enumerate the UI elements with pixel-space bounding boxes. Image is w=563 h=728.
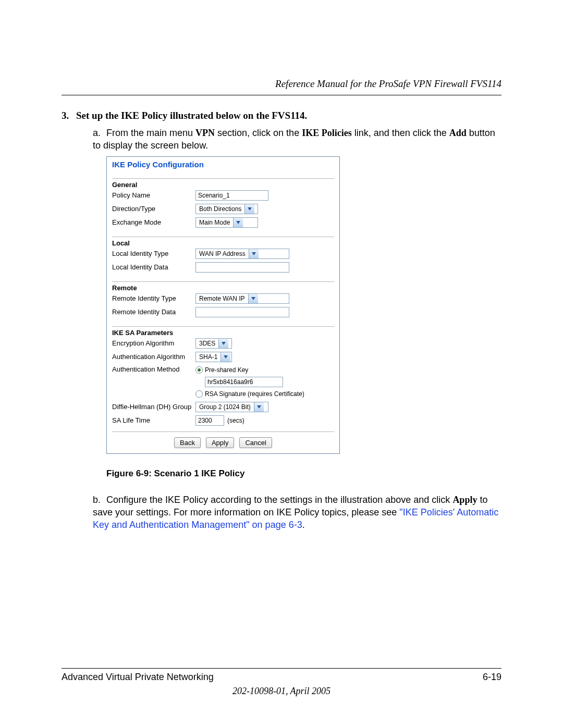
local-heading: Local xyxy=(112,237,334,247)
chevron-down-icon xyxy=(244,204,254,214)
substep-b-t1: Configure the IKE Policy according to th… xyxy=(106,495,452,505)
rsa-radio-option[interactable]: RSA Signature (requires Certificate) xyxy=(195,389,304,399)
svg-marker-4 xyxy=(222,342,226,345)
dh-group-select[interactable]: Group 2 (1024 Bit) xyxy=(195,402,268,412)
svg-marker-6 xyxy=(257,405,261,409)
auth-alg-label: Authentication Algorithm xyxy=(112,353,195,361)
back-button[interactable]: Back xyxy=(174,437,201,448)
sa-life-label: SA Life Time xyxy=(112,416,195,424)
svg-marker-3 xyxy=(251,297,255,300)
local-id-type-select[interactable]: WAN IP Address xyxy=(195,249,289,259)
svg-marker-1 xyxy=(236,221,240,224)
cancel-button[interactable]: Cancel xyxy=(239,437,272,448)
chevron-down-icon xyxy=(248,294,258,303)
step-heading: 3.Set up the IKE Policy illustrated belo… xyxy=(62,110,501,121)
remote-id-type-value: Remote WAN IP xyxy=(196,295,248,302)
exchange-mode-label: Exchange Mode xyxy=(112,218,195,226)
exchange-mode-value: Main Mode xyxy=(196,219,233,226)
substep-a: a.From the main menu VPN section, click … xyxy=(93,127,501,152)
radio-checked-icon xyxy=(195,366,203,374)
policy-name-input[interactable] xyxy=(195,190,268,201)
exchange-mode-select[interactable]: Main Mode xyxy=(195,217,258,228)
radio-unchecked-icon xyxy=(195,390,203,398)
rsa-label: RSA Signature (requires Certificate) xyxy=(205,390,304,398)
chevron-down-icon xyxy=(233,218,243,227)
local-id-data-input[interactable] xyxy=(195,262,289,273)
svg-marker-5 xyxy=(224,355,228,359)
substep-b-period: . xyxy=(302,520,305,530)
ike-policy-panel: IKE Policy Configuration General Policy … xyxy=(106,156,340,454)
step-number: 3. xyxy=(62,110,76,121)
direction-type-select[interactable]: Both Directions xyxy=(195,204,258,214)
page-header-title: Reference Manual for the ProSafe VPN Fir… xyxy=(62,78,501,95)
substep-a-marker: a. xyxy=(93,127,106,139)
svg-marker-2 xyxy=(252,252,256,255)
psk-label: Pre-shared Key xyxy=(205,366,248,374)
chevron-down-icon xyxy=(218,339,228,348)
chevron-down-icon xyxy=(249,249,259,258)
auth-method-label: Authentication Method xyxy=(112,365,195,373)
chevron-down-icon xyxy=(254,402,264,412)
ike-policy-screenshot: IKE Policy Configuration General Policy … xyxy=(106,156,340,454)
psk-radio-option[interactable]: Pre-shared Key xyxy=(195,365,248,375)
local-id-type-label: Local Identity Type xyxy=(112,250,195,257)
direction-type-value: Both Directions xyxy=(196,205,244,213)
page-footer: Advanced Virtual Private Networking 6-19… xyxy=(62,668,501,697)
add-bold: Add xyxy=(449,128,467,138)
footer-page-number: 6-19 xyxy=(483,672,501,683)
panel-title: IKE Policy Configuration xyxy=(112,159,334,171)
remote-heading: Remote xyxy=(112,281,334,292)
encryption-alg-value: 3DES xyxy=(196,340,218,347)
substep-a-pre: From the main menu xyxy=(106,128,195,138)
remote-id-data-label: Remote Identity Data xyxy=(112,308,195,316)
sa-life-unit: (secs) xyxy=(227,417,244,424)
general-heading: General xyxy=(112,178,334,189)
remote-id-data-input[interactable] xyxy=(195,307,289,317)
local-id-data-label: Local Identity Data xyxy=(112,263,195,271)
auth-alg-value: SHA-1 xyxy=(196,353,221,361)
footer-docid: 202-10098-01, April 2005 xyxy=(62,686,501,697)
local-id-type-value: WAN IP Address xyxy=(196,250,249,257)
substep-b: b.Configure the IKE Policy according to … xyxy=(93,493,501,532)
remote-id-type-select[interactable]: Remote WAN IP xyxy=(195,293,289,304)
remote-id-type-label: Remote Identity Type xyxy=(112,294,195,302)
psk-value-input[interactable] xyxy=(205,377,283,387)
substep-b-marker: b. xyxy=(93,493,106,506)
dh-group-value: Group 2 (1024 Bit) xyxy=(196,403,254,411)
vpn-bold: VPN xyxy=(195,128,215,138)
chevron-down-icon xyxy=(221,352,230,362)
dh-group-label: Diffie-Hellman (DH) Group xyxy=(112,403,195,411)
ike-policies-bold: IKE Policies xyxy=(302,128,352,138)
svg-marker-0 xyxy=(248,207,252,211)
figure-caption: Figure 6-9: Scenario 1 IKE Policy xyxy=(106,468,501,479)
apply-bold: Apply xyxy=(452,495,477,505)
footer-chapter: Advanced Virtual Private Networking xyxy=(62,672,214,683)
sa-params-heading: IKE SA Parameters xyxy=(112,326,334,337)
encryption-alg-select[interactable]: 3DES xyxy=(195,338,232,349)
policy-name-label: Policy Name xyxy=(112,191,195,199)
substep-a-mid2: link, and then click the xyxy=(352,128,449,138)
substep-a-mid1: section, click on the xyxy=(215,128,302,138)
sa-life-input[interactable] xyxy=(195,415,224,426)
encryption-alg-label: Encryption Algorithm xyxy=(112,339,195,347)
apply-button[interactable]: Apply xyxy=(206,437,235,448)
step-title-text: Set up the IKE Policy illustrated below … xyxy=(76,110,307,121)
auth-alg-select[interactable]: SHA-1 xyxy=(195,352,232,362)
direction-type-label: Direction/Type xyxy=(112,205,195,213)
